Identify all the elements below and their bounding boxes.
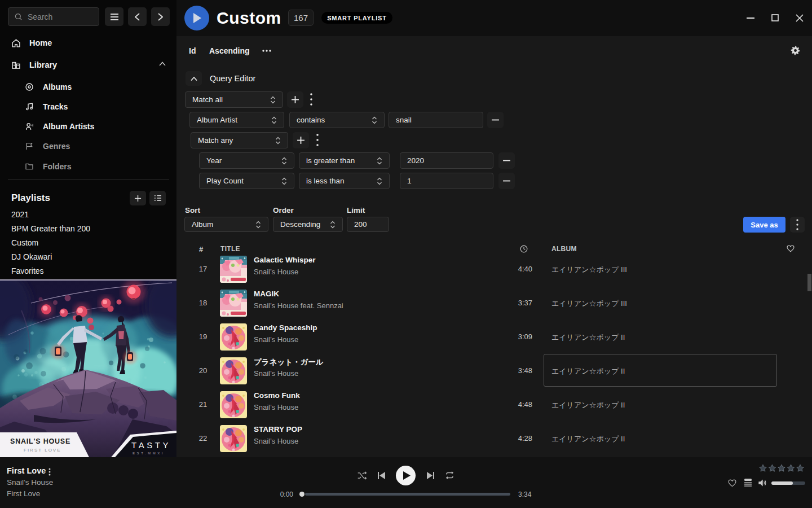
svg-text:EST.MMXI: EST.MMXI [133, 452, 165, 455]
svg-text:FIRST LOVE: FIRST LOVE [24, 448, 61, 453]
svg-text:SNAIL'S HOUSE: SNAIL'S HOUSE [10, 437, 70, 445]
svg-text:TASTY: TASTY [131, 440, 171, 450]
